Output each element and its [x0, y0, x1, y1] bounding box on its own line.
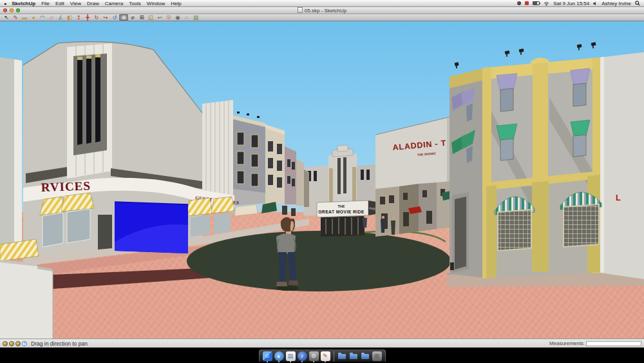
dock: ☺ ▲ ▤ ♪ ⚙ ✎ ▦ [259, 349, 386, 362]
window-title: 05.skp - SketchUp [0, 7, 644, 14]
dock-trash[interactable]: ▦ [372, 351, 382, 361]
tool-section-plane[interactable]: ▨ [191, 14, 200, 21]
dock-finder[interactable]: ☺ [263, 351, 272, 361]
tool-position-camera[interactable]: ☉ [164, 14, 173, 21]
tool-orbit[interactable]: ↺ [110, 14, 119, 21]
tool-walk[interactable]: ∴ [182, 14, 191, 21]
desktop: ☺ ▲ ▤ ♪ ⚙ ✎ ▦ [0, 348, 644, 363]
dock-itunes[interactable]: ♪ [298, 351, 307, 361]
tool-eraser[interactable]: ▱ [47, 14, 56, 21]
dock-folder-1[interactable] [337, 351, 347, 361]
status-hint: Drag in direction to pan [31, 340, 88, 347]
marquee-text-the: THE [338, 204, 345, 208]
dock-folder-3[interactable] [361, 351, 370, 361]
tool-pan[interactable]: ⊕ [119, 14, 128, 21]
tool-rectangle[interactable]: ▬ [20, 14, 29, 21]
right-building [450, 42, 601, 279]
tool-zoom[interactable]: ⌀ [128, 14, 137, 21]
help-icon[interactable]: ? [22, 341, 27, 346]
viewport-3d[interactable]: THE GREAT MOVIE RIDE RIDE [0, 21, 644, 338]
geolocation-icon[interactable] [3, 341, 8, 346]
menubar-clock[interactable]: Sat 9 Jun 15:54 [553, 1, 589, 6]
menu-camera[interactable]: Camera [105, 1, 123, 6]
model-info-icon[interactable] [15, 341, 21, 346]
tool-zoom-extents[interactable]: ◱ [146, 14, 155, 21]
tool-paint-bucket[interactable]: ◧ [65, 14, 74, 21]
battery-icon[interactable] [533, 1, 540, 5]
volume-icon[interactable] [593, 1, 598, 6]
dock-folder-2[interactable] [349, 351, 359, 361]
tool-look-around[interactable]: ◉ [173, 14, 182, 21]
credits-icon[interactable] [9, 341, 14, 346]
apple-menu-icon[interactable]: ● [4, 1, 6, 6]
marquee [317, 201, 368, 217]
dock-divider [334, 351, 334, 362]
document-icon [298, 7, 303, 13]
menu-help[interactable]: Help [171, 1, 181, 6]
services-sign: RVICES [41, 179, 91, 194]
tool-push-pull[interactable]: ↥ [74, 14, 83, 21]
menubar: ● SketchUp File Edit View Draw Camera To… [0, 0, 644, 7]
measurements-input[interactable] [586, 341, 641, 346]
tool-circle[interactable]: ● [29, 14, 38, 21]
titlebar[interactable]: 05.skp - SketchUp [0, 7, 644, 14]
far-right-wall: L [600, 52, 644, 279]
folder-icon [361, 354, 369, 359]
folder-icon [338, 354, 346, 359]
menu-app[interactable]: SketchUp [12, 1, 35, 6]
tool-line[interactable]: ✎ [11, 14, 20, 21]
menu-draw[interactable]: Draw [87, 1, 99, 6]
dock-system-preferences[interactable]: ⚙ [309, 351, 319, 361]
tool-zoom-window[interactable]: ⊞ [137, 14, 146, 21]
wifi-icon[interactable] [544, 1, 549, 6]
measurements-label: Measurements [549, 340, 583, 346]
median-island [187, 231, 451, 291]
spotlight-icon[interactable] [635, 1, 640, 6]
displays-menu-icon[interactable] [517, 1, 521, 5]
menu-file[interactable]: File [41, 1, 50, 6]
menubar-user[interactable]: Ashley Irvine [601, 1, 631, 6]
tool-tape-measure[interactable]: ∠ [56, 14, 65, 21]
tool-offset[interactable]: ↪ [101, 14, 110, 21]
menu-window[interactable]: Window [147, 1, 165, 6]
app-status-icon[interactable] [525, 1, 529, 5]
far-left-building [0, 57, 22, 246]
tool-move[interactable]: ╋ [83, 14, 92, 21]
menu-edit[interactable]: Edit [55, 1, 64, 6]
dock-sketchup[interactable]: ✎ [321, 351, 330, 361]
right-wall-sign: L [616, 193, 621, 202]
screen: ● SketchUp File Edit View Draw Camera To… [0, 0, 644, 363]
folder-icon [350, 354, 357, 359]
menu-view[interactable]: View [70, 1, 81, 6]
tool-previous[interactable]: ↩ [155, 14, 164, 21]
toolbar: ↖ ✎ ▬ ● ◠ ▱ ∠ ◧ ↥ ╋ ↻ ↪ ↺ ⊕ ⌀ ⊞ ◱ ↩ ☉ ◉ … [0, 14, 644, 21]
statusbar: ? Drag in direction to pan Measurements [0, 338, 644, 348]
tool-arc[interactable]: ◠ [38, 14, 47, 21]
marquee-text-main: GREAT MOVIE RIDE [318, 210, 365, 214]
tool-select[interactable]: ↖ [2, 14, 11, 21]
tool-rotate[interactable]: ↻ [92, 14, 101, 21]
menu-tools[interactable]: Tools [129, 1, 141, 6]
aladdin-building: ALADDIN - T THE SHOWC [375, 117, 455, 237]
dock-preview[interactable]: ▤ [286, 351, 296, 361]
dock-safari[interactable]: ▲ [274, 351, 284, 361]
